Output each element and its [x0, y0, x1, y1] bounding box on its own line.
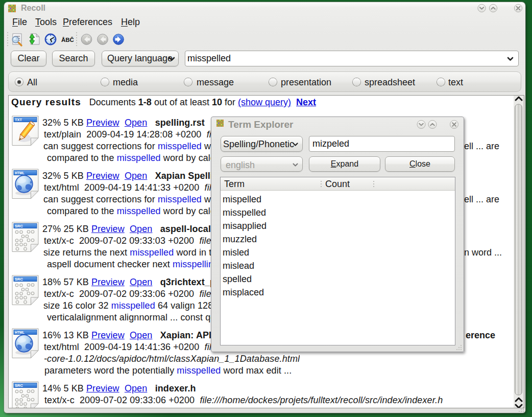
svg-text:ÅBĈ: ÅBĈ: [61, 37, 74, 43]
